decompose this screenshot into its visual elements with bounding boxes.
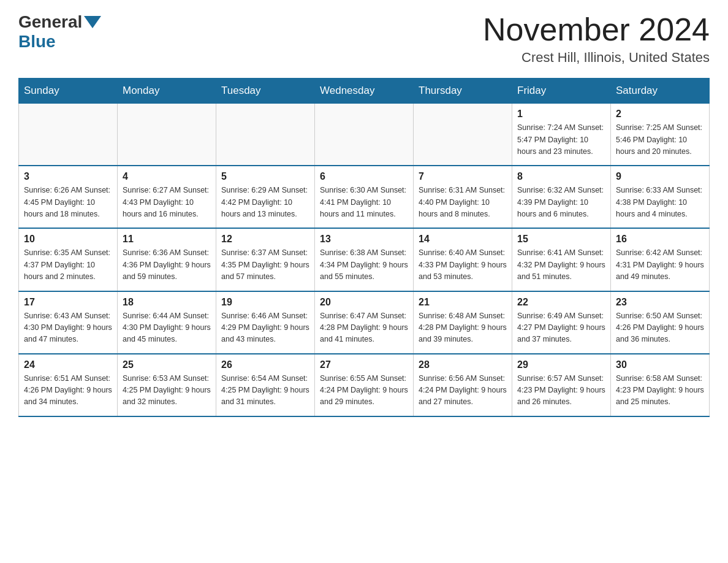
day-number: 3 xyxy=(24,171,112,182)
day-info: Sunrise: 6:49 AM Sunset: 4:27 PM Dayligh… xyxy=(517,310,605,346)
day-number: 2 xyxy=(616,109,704,120)
calendar-day-cell: 25Sunrise: 6:53 AM Sunset: 4:25 PM Dayli… xyxy=(118,354,216,416)
day-info: Sunrise: 6:29 AM Sunset: 4:42 PM Dayligh… xyxy=(221,185,309,220)
day-number: 19 xyxy=(221,297,309,308)
calendar-day-cell: 29Sunrise: 6:57 AM Sunset: 4:23 PM Dayli… xyxy=(512,354,611,416)
day-info: Sunrise: 6:27 AM Sunset: 4:43 PM Dayligh… xyxy=(123,185,211,220)
day-info: Sunrise: 6:51 AM Sunset: 4:26 PM Dayligh… xyxy=(24,373,112,408)
day-info: Sunrise: 6:47 AM Sunset: 4:28 PM Dayligh… xyxy=(320,310,408,346)
day-number: 29 xyxy=(517,359,605,370)
day-info: Sunrise: 6:37 AM Sunset: 4:35 PM Dayligh… xyxy=(221,247,309,283)
calendar-day-cell xyxy=(414,104,512,166)
day-number: 30 xyxy=(616,359,704,370)
day-info: Sunrise: 7:25 AM Sunset: 5:46 PM Dayligh… xyxy=(616,122,704,158)
calendar-day-cell: 30Sunrise: 6:58 AM Sunset: 4:23 PM Dayli… xyxy=(611,354,710,416)
calendar-day-cell xyxy=(118,104,216,166)
day-of-week-header: Wednesday xyxy=(315,79,414,104)
day-number: 5 xyxy=(221,171,309,182)
calendar-day-cell: 28Sunrise: 6:56 AM Sunset: 4:24 PM Dayli… xyxy=(414,354,512,416)
day-info: Sunrise: 6:56 AM Sunset: 4:24 PM Dayligh… xyxy=(419,373,507,408)
calendar-day-cell: 26Sunrise: 6:54 AM Sunset: 4:25 PM Dayli… xyxy=(216,354,315,416)
calendar-week-row: 1Sunrise: 7:24 AM Sunset: 5:47 PM Daylig… xyxy=(19,104,710,166)
calendar-day-cell: 14Sunrise: 6:40 AM Sunset: 4:33 PM Dayli… xyxy=(414,228,512,291)
calendar-day-cell: 27Sunrise: 6:55 AM Sunset: 4:24 PM Dayli… xyxy=(315,354,414,416)
calendar-day-cell: 2Sunrise: 7:25 AM Sunset: 5:46 PM Daylig… xyxy=(611,104,710,166)
calendar-day-cell xyxy=(216,104,315,166)
day-info: Sunrise: 7:24 AM Sunset: 5:47 PM Dayligh… xyxy=(517,122,605,158)
calendar-day-cell xyxy=(19,104,118,166)
day-of-week-header: Tuesday xyxy=(216,79,315,104)
day-info: Sunrise: 6:58 AM Sunset: 4:23 PM Dayligh… xyxy=(616,373,704,408)
day-info: Sunrise: 6:43 AM Sunset: 4:30 PM Dayligh… xyxy=(24,310,112,346)
day-number: 22 xyxy=(517,297,605,308)
calendar-day-cell: 11Sunrise: 6:36 AM Sunset: 4:36 PM Dayli… xyxy=(118,228,216,291)
calendar-week-row: 17Sunrise: 6:43 AM Sunset: 4:30 PM Dayli… xyxy=(19,291,710,354)
day-info: Sunrise: 6:38 AM Sunset: 4:34 PM Dayligh… xyxy=(320,247,408,283)
day-number: 26 xyxy=(221,359,309,370)
calendar-week-row: 24Sunrise: 6:51 AM Sunset: 4:26 PM Dayli… xyxy=(19,354,710,416)
day-number: 12 xyxy=(221,234,309,245)
logo: General Blue xyxy=(18,12,103,52)
day-number: 25 xyxy=(123,359,211,370)
day-info: Sunrise: 6:55 AM Sunset: 4:24 PM Dayligh… xyxy=(320,373,408,408)
day-of-week-header: Monday xyxy=(118,79,216,104)
day-number: 7 xyxy=(419,171,507,182)
calendar-day-cell: 16Sunrise: 6:42 AM Sunset: 4:31 PM Dayli… xyxy=(611,228,710,291)
day-number: 1 xyxy=(517,109,605,120)
day-number: 6 xyxy=(320,171,408,182)
day-info: Sunrise: 6:26 AM Sunset: 4:45 PM Dayligh… xyxy=(24,185,112,220)
day-info: Sunrise: 6:40 AM Sunset: 4:33 PM Dayligh… xyxy=(419,247,507,283)
day-of-week-header: Sunday xyxy=(19,79,118,104)
day-number: 15 xyxy=(517,234,605,245)
calendar-table: SundayMondayTuesdayWednesdayThursdayFrid… xyxy=(18,78,710,417)
day-number: 8 xyxy=(517,171,605,182)
day-of-week-header: Saturday xyxy=(611,79,710,104)
day-number: 11 xyxy=(123,234,211,245)
logo-blue-text: Blue xyxy=(18,32,56,52)
calendar-day-cell: 7Sunrise: 6:31 AM Sunset: 4:40 PM Daylig… xyxy=(414,166,512,228)
day-number: 14 xyxy=(419,234,507,245)
month-year-title: November 2024 xyxy=(483,12,710,47)
day-info: Sunrise: 6:54 AM Sunset: 4:25 PM Dayligh… xyxy=(221,373,309,408)
day-info: Sunrise: 6:32 AM Sunset: 4:39 PM Dayligh… xyxy=(517,185,605,220)
day-info: Sunrise: 6:42 AM Sunset: 4:31 PM Dayligh… xyxy=(616,247,704,283)
day-number: 21 xyxy=(419,297,507,308)
day-number: 28 xyxy=(419,359,507,370)
day-number: 9 xyxy=(616,171,704,182)
calendar-day-cell: 13Sunrise: 6:38 AM Sunset: 4:34 PM Dayli… xyxy=(315,228,414,291)
day-of-week-header: Friday xyxy=(512,79,611,104)
day-info: Sunrise: 6:30 AM Sunset: 4:41 PM Dayligh… xyxy=(320,185,408,220)
day-info: Sunrise: 6:53 AM Sunset: 4:25 PM Dayligh… xyxy=(123,373,211,408)
day-number: 13 xyxy=(320,234,408,245)
calendar-header: SundayMondayTuesdayWednesdayThursdayFrid… xyxy=(19,79,710,104)
calendar-day-cell: 12Sunrise: 6:37 AM Sunset: 4:35 PM Dayli… xyxy=(216,228,315,291)
calendar-week-row: 10Sunrise: 6:35 AM Sunset: 4:37 PM Dayli… xyxy=(19,228,710,291)
day-info: Sunrise: 6:48 AM Sunset: 4:28 PM Dayligh… xyxy=(419,310,507,346)
calendar-day-cell: 20Sunrise: 6:47 AM Sunset: 4:28 PM Dayli… xyxy=(315,291,414,354)
day-info: Sunrise: 6:31 AM Sunset: 4:40 PM Dayligh… xyxy=(419,185,507,220)
day-info: Sunrise: 6:44 AM Sunset: 4:30 PM Dayligh… xyxy=(123,310,211,346)
calendar-day-cell: 1Sunrise: 7:24 AM Sunset: 5:47 PM Daylig… xyxy=(512,104,611,166)
day-number: 16 xyxy=(616,234,704,245)
calendar-day-cell: 19Sunrise: 6:46 AM Sunset: 4:29 PM Dayli… xyxy=(216,291,315,354)
calendar-day-cell xyxy=(315,104,414,166)
calendar-day-cell: 18Sunrise: 6:44 AM Sunset: 4:30 PM Dayli… xyxy=(118,291,216,354)
calendar-body: 1Sunrise: 7:24 AM Sunset: 5:47 PM Daylig… xyxy=(19,104,710,416)
calendar-day-cell: 23Sunrise: 6:50 AM Sunset: 4:26 PM Dayli… xyxy=(611,291,710,354)
day-info: Sunrise: 6:50 AM Sunset: 4:26 PM Dayligh… xyxy=(616,310,704,346)
day-number: 20 xyxy=(320,297,408,308)
calendar-day-cell: 21Sunrise: 6:48 AM Sunset: 4:28 PM Dayli… xyxy=(414,291,512,354)
day-number: 24 xyxy=(24,359,112,370)
calendar-day-cell: 3Sunrise: 6:26 AM Sunset: 4:45 PM Daylig… xyxy=(19,166,118,228)
calendar-day-cell: 22Sunrise: 6:49 AM Sunset: 4:27 PM Dayli… xyxy=(512,291,611,354)
calendar-day-cell: 9Sunrise: 6:33 AM Sunset: 4:38 PM Daylig… xyxy=(611,166,710,228)
day-info: Sunrise: 6:35 AM Sunset: 4:37 PM Dayligh… xyxy=(24,247,112,283)
day-info: Sunrise: 6:41 AM Sunset: 4:32 PM Dayligh… xyxy=(517,247,605,283)
calendar-day-cell: 5Sunrise: 6:29 AM Sunset: 4:42 PM Daylig… xyxy=(216,166,315,228)
calendar-week-row: 3Sunrise: 6:26 AM Sunset: 4:45 PM Daylig… xyxy=(19,166,710,228)
calendar-day-cell: 10Sunrise: 6:35 AM Sunset: 4:37 PM Dayli… xyxy=(19,228,118,291)
calendar-day-cell: 4Sunrise: 6:27 AM Sunset: 4:43 PM Daylig… xyxy=(118,166,216,228)
calendar-day-cell: 17Sunrise: 6:43 AM Sunset: 4:30 PM Dayli… xyxy=(19,291,118,354)
day-number: 10 xyxy=(24,234,112,245)
logo-arrow-icon xyxy=(84,16,101,28)
